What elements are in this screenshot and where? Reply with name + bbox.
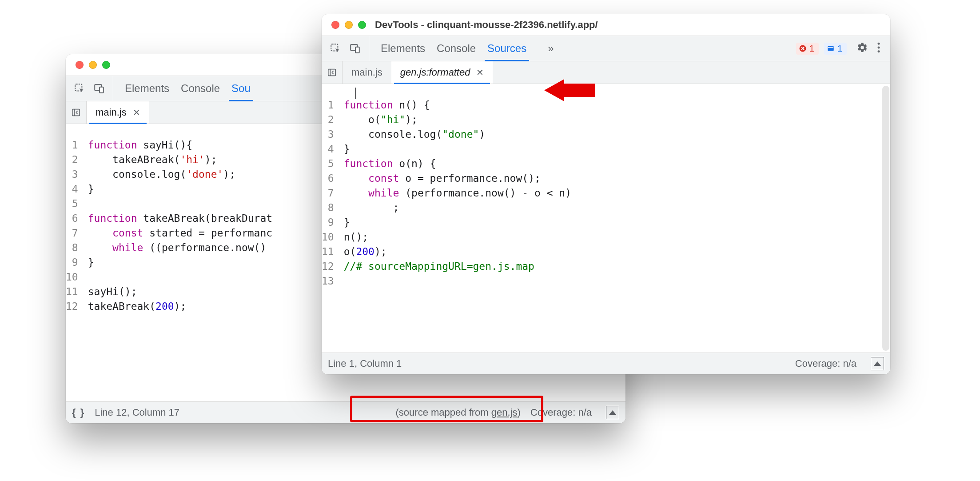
line-gutter: 1 2 3 4 5 6 7 8 9 10 11 12 13 <box>322 94 339 342</box>
svg-rect-6 <box>355 47 359 53</box>
tab-sources[interactable]: Sources <box>487 36 526 61</box>
file-tab-strip: main.js gen.js:formatted ✕ <box>322 61 890 84</box>
more-tabs-icon[interactable]: » <box>548 42 554 55</box>
tab-sources[interactable]: Sou <box>231 76 251 101</box>
text-cursor <box>355 88 356 99</box>
expand-panel-icon[interactable] <box>606 406 619 419</box>
coverage-info: Coverage: n/a <box>795 358 857 369</box>
file-tab-gen-js-formatted[interactable]: gen.js:formatted ✕ <box>391 61 493 84</box>
close-window-icon[interactable] <box>331 21 339 29</box>
coverage-info: Coverage: n/a <box>530 407 592 418</box>
source-mapped-suffix: ) <box>517 407 520 418</box>
traffic-lights <box>66 61 110 69</box>
file-tab-label: gen.js:formatted <box>400 67 470 78</box>
annotation-arrow-icon <box>542 70 591 106</box>
tab-elements[interactable]: Elements <box>125 76 169 101</box>
code-editor[interactable]: 1 2 3 4 5 6 7 8 9 10 11 12 13 function n… <box>322 84 890 353</box>
svg-point-9 <box>878 43 880 45</box>
tab-console[interactable]: Console <box>437 36 476 61</box>
svg-point-11 <box>878 50 880 52</box>
inspect-element-icon[interactable] <box>74 83 85 94</box>
code-content: function n() { o("hi"); console.log("don… <box>339 94 571 342</box>
cursor-position: Line 12, Column 17 <box>95 407 179 418</box>
error-count: 1 <box>809 44 814 54</box>
maximize-window-icon[interactable] <box>102 61 110 69</box>
file-tab-main-js[interactable]: main.js <box>343 61 391 84</box>
svg-rect-13 <box>564 84 595 97</box>
info-badge[interactable]: 1 <box>824 43 847 55</box>
device-toolbar-icon[interactable] <box>93 83 105 94</box>
cursor-position: Line 1, Column 1 <box>328 358 402 369</box>
file-tab-label: main.js <box>96 107 127 118</box>
source-mapped-link[interactable]: gen.js <box>491 407 518 418</box>
svg-rect-2 <box>100 87 104 93</box>
source-mapped-info: (source mapped from gen.js) <box>396 407 521 418</box>
source-mapped-prefix: (source mapped from <box>396 407 491 418</box>
close-icon[interactable]: ✕ <box>133 107 140 118</box>
code-content: function sayHi(){ takeABreak('hi'); cons… <box>84 134 272 391</box>
vertical-scrollbar[interactable] <box>882 86 889 351</box>
svg-rect-8 <box>828 46 834 51</box>
close-window-icon[interactable] <box>76 61 84 69</box>
minimize-window-icon[interactable] <box>89 61 97 69</box>
traffic-lights <box>322 21 366 29</box>
info-count: 1 <box>837 44 842 54</box>
format-braces-icon[interactable]: { } <box>72 407 85 418</box>
close-icon[interactable]: ✕ <box>476 67 484 78</box>
devtools-window-right: DevTools - clinquant-mousse-2f2396.netli… <box>322 14 890 374</box>
line-gutter: 1 2 3 4 5 6 7 8 9 10 11 12 <box>66 134 84 391</box>
title-bar: DevTools - clinquant-mousse-2f2396.netli… <box>322 14 890 36</box>
device-toolbar-icon[interactable] <box>349 43 361 54</box>
tab-console[interactable]: Console <box>181 76 220 101</box>
minimize-window-icon[interactable] <box>345 21 353 29</box>
maximize-window-icon[interactable] <box>358 21 366 29</box>
file-tab-main-js[interactable]: main.js ✕ <box>87 101 149 124</box>
gear-icon[interactable] <box>857 42 868 55</box>
status-bar: Line 1, Column 1 Coverage: n/a <box>322 353 890 374</box>
svg-point-10 <box>878 47 880 49</box>
dev-toolbar: Elements Console Sources » 1 1 <box>322 36 890 61</box>
kebab-menu-icon[interactable] <box>877 42 880 55</box>
inspect-element-icon[interactable] <box>330 43 341 54</box>
expand-panel-icon[interactable] <box>871 357 884 370</box>
window-title: DevTools - clinquant-mousse-2f2396.netli… <box>322 19 890 31</box>
status-bar: { } Line 12, Column 17 (source mapped fr… <box>66 401 625 423</box>
file-tab-label: main.js <box>351 67 382 78</box>
navigator-toggle-icon[interactable] <box>322 61 343 84</box>
navigator-toggle-icon[interactable] <box>66 101 87 124</box>
error-badge[interactable]: 1 <box>796 43 819 55</box>
tab-elements[interactable]: Elements <box>381 36 425 61</box>
